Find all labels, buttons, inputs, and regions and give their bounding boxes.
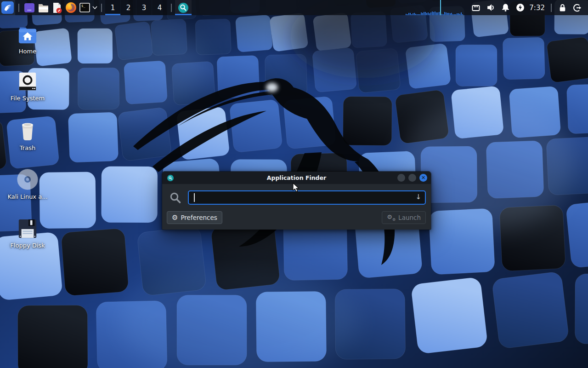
titlebar[interactable]: Application Finder ✕ bbox=[162, 172, 431, 184]
desktop-icon-kali-linux[interactable]: Kali Linux a... bbox=[4, 168, 51, 200]
preferences-button-label: Preferences bbox=[181, 214, 217, 221]
folder-icon bbox=[37, 1, 50, 14]
volume-icon[interactable] bbox=[486, 0, 496, 15]
minimize-button[interactable] bbox=[397, 174, 405, 182]
top-panel: $_ 1 2 3 4 bbox=[0, 0, 588, 15]
chevron-down-icon bbox=[92, 6, 97, 9]
panel-separator bbox=[18, 4, 19, 12]
cpu-bar bbox=[452, 14, 453, 15]
home-folder-icon bbox=[4, 26, 51, 45]
desktop-icon-label: Floppy Disk bbox=[4, 242, 51, 249]
desktop-icon-floppy-disk[interactable]: Floppy Disk bbox=[4, 218, 51, 249]
search-input[interactable] bbox=[188, 190, 426, 205]
cpu-bar bbox=[457, 13, 458, 15]
window-magnifier-icon bbox=[167, 175, 174, 181]
workspace-4[interactable]: 4 bbox=[152, 0, 167, 15]
network-icon[interactable] bbox=[471, 0, 481, 15]
cpu-bar bbox=[413, 13, 413, 15]
launch-button[interactable]: ⚙⚙ Launch bbox=[382, 211, 426, 224]
workspace-4-label: 4 bbox=[158, 4, 162, 12]
cpu-bar bbox=[424, 12, 424, 15]
desktop-icon-label: Home bbox=[4, 48, 51, 55]
hard-drive-icon bbox=[4, 71, 51, 92]
logout-icon[interactable] bbox=[572, 0, 582, 15]
launcher-terminal[interactable]: $_ bbox=[78, 1, 91, 15]
gear-icon: ⚙ bbox=[172, 214, 178, 221]
mouse-cursor bbox=[293, 183, 300, 193]
desktop-icon-home[interactable]: Home bbox=[4, 26, 51, 55]
panel-separator bbox=[171, 4, 172, 12]
firefox-icon bbox=[65, 1, 77, 14]
lock-icon[interactable] bbox=[557, 0, 567, 15]
cpu-bar bbox=[432, 12, 433, 15]
cpu-bar bbox=[406, 14, 407, 15]
close-button[interactable]: ✕ bbox=[419, 174, 427, 182]
cpu-bar bbox=[443, 14, 444, 15]
workspace-3-label: 3 bbox=[142, 4, 147, 12]
cpu-bar bbox=[462, 14, 463, 15]
cpu-bar bbox=[430, 12, 431, 15]
kali-menu-button[interactable] bbox=[0, 0, 15, 15]
desktop-icon-trash[interactable]: Trash bbox=[4, 120, 51, 151]
desktop-icon-label: Trash bbox=[4, 144, 51, 151]
workspace-2[interactable]: 2 bbox=[121, 0, 136, 15]
cpu-bar bbox=[415, 14, 416, 15]
cpu-bar bbox=[447, 13, 448, 15]
cpu-bar bbox=[410, 13, 411, 15]
gears-icon: ⚙⚙ bbox=[387, 214, 396, 222]
kali-dragon-icon bbox=[1, 1, 14, 14]
window-title: Application Finder bbox=[162, 174, 431, 181]
workspace-3[interactable]: 3 bbox=[136, 0, 152, 15]
cpu-bar bbox=[444, 12, 445, 15]
cpu-bar bbox=[437, 12, 438, 15]
purple-window-icon bbox=[23, 2, 35, 14]
cpu-bar bbox=[425, 12, 426, 15]
disc-icon bbox=[4, 168, 51, 190]
cpu-bar bbox=[454, 14, 455, 15]
workspace-1-label: 1 bbox=[111, 4, 115, 12]
taskbar-application-finder[interactable] bbox=[175, 0, 192, 15]
cpu-bar bbox=[435, 12, 435, 15]
cpu-bar bbox=[418, 14, 419, 15]
cpu-bar bbox=[439, 12, 440, 15]
panel-separator bbox=[101, 4, 102, 12]
close-icon: ✕ bbox=[421, 175, 425, 180]
cpu-bar bbox=[421, 12, 422, 15]
cpu-bar bbox=[426, 13, 427, 15]
application-finder-window: Application Finder ✕ ↓ ⚙ Preferences ⚙⚙ bbox=[162, 171, 431, 230]
cpu-bar bbox=[422, 13, 423, 15]
workspace-1[interactable]: 1 bbox=[105, 0, 120, 15]
cpu-bar bbox=[455, 14, 456, 15]
floppy-disk-icon bbox=[4, 218, 51, 239]
desktop-icon-label: File System bbox=[4, 95, 51, 102]
search-icon bbox=[169, 191, 182, 204]
launcher-file-manager[interactable] bbox=[36, 1, 50, 15]
launcher-dropdown[interactable] bbox=[91, 1, 98, 15]
cpu-bar bbox=[411, 14, 412, 15]
cpu-bar bbox=[458, 13, 459, 15]
notifications-bell-icon[interactable] bbox=[500, 0, 510, 15]
cpu-bar bbox=[433, 12, 434, 15]
launcher-web-browser[interactable] bbox=[64, 1, 78, 15]
cpu-bar bbox=[448, 13, 449, 15]
cpu-bar bbox=[461, 12, 462, 15]
power-manager-icon[interactable] bbox=[515, 0, 525, 15]
cpu-bar bbox=[419, 14, 420, 15]
preferences-button[interactable]: ⚙ Preferences bbox=[167, 211, 222, 224]
panel-clock[interactable]: 7:32 bbox=[529, 4, 545, 12]
launch-button-label: Launch bbox=[398, 214, 421, 221]
maximize-button[interactable] bbox=[408, 174, 416, 182]
cpu-bar bbox=[428, 12, 429, 15]
cpu-graph-widget[interactable] bbox=[406, 0, 464, 15]
desktop-icon-file-system[interactable]: File System bbox=[4, 71, 51, 102]
cpu-bar bbox=[414, 13, 415, 15]
cpu-bar bbox=[446, 12, 447, 15]
cpu-bar bbox=[451, 13, 452, 15]
panel-separator bbox=[551, 4, 552, 12]
launcher-app-window[interactable] bbox=[23, 1, 36, 15]
launcher-text-editor[interactable] bbox=[50, 1, 64, 15]
desktop-icon-label: Kali Linux a... bbox=[4, 193, 51, 200]
magnifier-icon bbox=[177, 2, 189, 14]
text-caret bbox=[194, 193, 195, 202]
cpu-bar bbox=[436, 12, 437, 15]
